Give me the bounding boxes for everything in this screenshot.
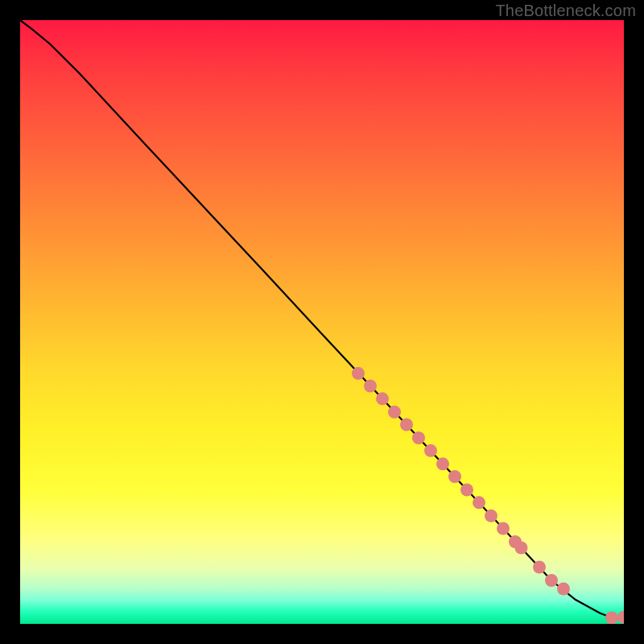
scatter-point (497, 522, 510, 535)
watermark-text: TheBottleneck.com (495, 2, 636, 20)
scatter-point (352, 367, 365, 380)
scatter-point (605, 612, 618, 625)
scatter-point (400, 419, 413, 431)
scatter-point (376, 392, 389, 405)
chart-overlay (20, 20, 624, 624)
scatter-point (473, 496, 485, 509)
scatter-point (545, 574, 558, 587)
scatter-point (424, 444, 437, 457)
scatter-point (515, 542, 528, 555)
scatter-point (436, 457, 449, 470)
scatter-point (533, 561, 546, 574)
scatter-point (448, 470, 461, 483)
curve-line (20, 20, 624, 618)
scatter-point (364, 380, 377, 393)
scatter-markers (352, 367, 624, 624)
scatter-point (460, 484, 473, 497)
scatter-point (388, 406, 401, 419)
scatter-point (617, 611, 624, 624)
scatter-point (412, 431, 425, 444)
scatter-point (557, 583, 570, 596)
chart-container: TheBottleneck.com (0, 0, 644, 644)
scatter-point (485, 510, 497, 522)
